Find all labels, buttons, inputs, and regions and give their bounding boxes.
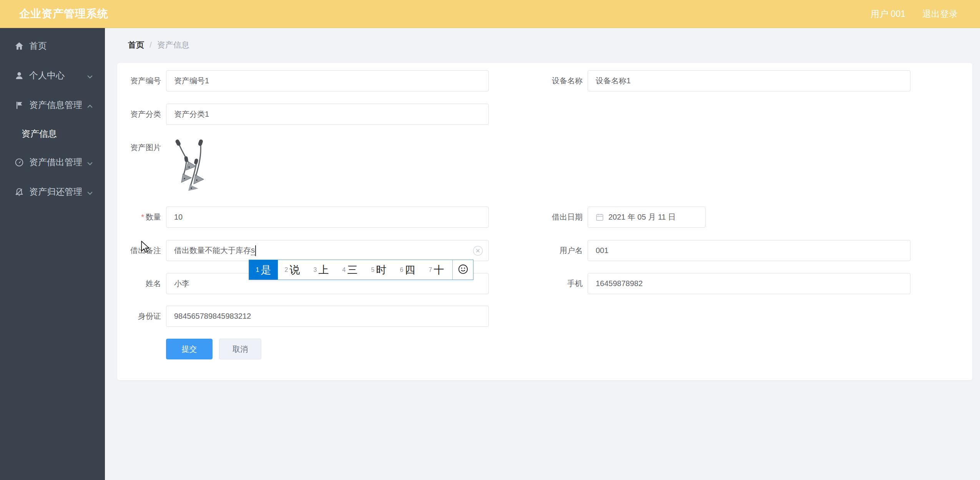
- asset-photo[interactable]: [166, 137, 214, 191]
- chevron-down-icon: [87, 70, 93, 81]
- submit-button[interactable]: 提交: [166, 339, 213, 359]
- flag-icon: [15, 101, 24, 110]
- lend-note-input[interactable]: 借出数量不能大于库存s: [166, 240, 489, 261]
- smiley-icon: [458, 264, 468, 276]
- breadcrumb-home[interactable]: 首页: [128, 40, 144, 50]
- lend-date-picker[interactable]: 2021 年 05 月 11 日: [588, 207, 706, 228]
- ime-composition-text: s: [251, 246, 255, 255]
- ime-candidate-6[interactable]: 6 四: [393, 260, 422, 280]
- sidebar-item-home[interactable]: 首页: [0, 31, 105, 61]
- lend-note-value: 借出数量不能大于库存: [174, 245, 251, 256]
- logout-link[interactable]: 退出登录: [922, 8, 958, 20]
- chevron-up-icon: [87, 100, 93, 110]
- device-name-label: 设备名称: [539, 76, 583, 86]
- lend-date-label: 借出日期: [539, 212, 583, 222]
- gauge-icon: [15, 158, 24, 167]
- bell-off-icon: [15, 187, 24, 197]
- phone-value: 16459878982: [596, 279, 643, 288]
- asset-category-value: 资产分类1: [174, 109, 209, 119]
- device-name-input[interactable]: 设备名称1: [588, 70, 910, 91]
- home-icon: [15, 41, 24, 51]
- ime-candidate-5[interactable]: 5 时: [364, 260, 393, 280]
- asset-form-card: 资产编号 资产编号1 设备名称 设备名称1 资产分类 资产分类: [117, 63, 972, 380]
- sidebar: 首页 个人中心 资产信息管理 资产信息: [0, 28, 105, 480]
- lend-note-label: 借出备注: [117, 245, 161, 256]
- sidebar-item-asset-info-mgmt[interactable]: 资产信息管理: [0, 90, 105, 120]
- sidebar-subitem-asset-info[interactable]: 资产信息: [0, 120, 105, 147]
- name-value: 小李: [174, 278, 189, 289]
- id-card-value: 984565789845983212: [174, 312, 251, 321]
- chevron-down-icon: [87, 157, 93, 167]
- sidebar-item-label: 资产归还管理: [29, 186, 82, 198]
- sidebar-item-label: 首页: [29, 40, 47, 52]
- quantity-label: *数量: [117, 212, 161, 222]
- username-label: 用户名: [539, 245, 583, 256]
- asset-no-value: 资产编号1: [174, 76, 209, 86]
- sidebar-item-label: 资产借出管理: [29, 156, 82, 168]
- sidebar-item-label: 个人中心: [29, 70, 65, 81]
- phone-input[interactable]: 16459878982: [588, 273, 910, 294]
- quantity-value: 10: [174, 213, 183, 222]
- chevron-down-icon: [87, 187, 93, 197]
- breadcrumb: 首页 / 资产信息: [128, 40, 980, 50]
- ime-candidate-7[interactable]: 7 十: [422, 260, 451, 280]
- ime-candidate-1[interactable]: 1 是: [249, 260, 278, 280]
- sidebar-subitem-label: 资产信息: [22, 128, 57, 140]
- breadcrumb-current: 资产信息: [157, 40, 189, 50]
- username-input[interactable]: 001: [588, 240, 910, 261]
- current-user-label: 用户 001: [870, 8, 905, 20]
- sidebar-item-asset-return-mgmt[interactable]: 资产归还管理: [0, 177, 105, 207]
- clear-input-icon[interactable]: [473, 245, 483, 256]
- cancel-button[interactable]: 取消: [219, 339, 261, 359]
- asset-category-label: 资产分类: [117, 109, 161, 119]
- ime-candidate-4[interactable]: 4 三: [336, 260, 364, 280]
- asset-image-label: 资产图片: [117, 137, 161, 153]
- sidebar-item-label: 资产信息管理: [29, 99, 82, 111]
- user-icon: [15, 71, 24, 80]
- ime-candidate-bar: 1 是 2 说 3 上 4 三 5 时 6 四 7 十: [249, 260, 473, 280]
- app-header: 企业资产管理系统 用户 001 退出登录: [0, 0, 980, 28]
- calendar-icon: [596, 213, 604, 221]
- asset-no-label: 资产编号: [117, 76, 161, 86]
- lend-date-value: 2021 年 05 月 11 日: [608, 212, 676, 222]
- sidebar-item-asset-lend-mgmt[interactable]: 资产借出管理: [0, 147, 105, 177]
- id-card-input[interactable]: 984565789845983212: [166, 306, 489, 327]
- ime-candidate-3[interactable]: 3 上: [307, 260, 336, 280]
- asset-category-input[interactable]: 资产分类1: [166, 104, 489, 125]
- text-caret: [255, 245, 256, 256]
- id-card-label: 身份证: [117, 311, 161, 321]
- username-value: 001: [596, 246, 608, 255]
- ime-candidate-2[interactable]: 2 说: [278, 260, 307, 280]
- name-label: 姓名: [117, 278, 161, 289]
- device-name-value: 设备名称1: [596, 76, 631, 86]
- asset-no-input[interactable]: 资产编号1: [166, 70, 489, 91]
- ime-emoji-button[interactable]: [452, 260, 473, 280]
- required-asterisk: *: [141, 213, 144, 221]
- app-title: 企业资产管理系统: [19, 7, 108, 21]
- main-content: 首页 / 资产信息 资产编号 资产编号1 设备名称 设备名称1: [105, 28, 980, 480]
- breadcrumb-separator: /: [149, 40, 152, 50]
- quantity-input[interactable]: 10: [166, 207, 489, 228]
- sidebar-item-personal-center[interactable]: 个人中心: [0, 61, 105, 90]
- phone-label: 手机: [539, 278, 583, 289]
